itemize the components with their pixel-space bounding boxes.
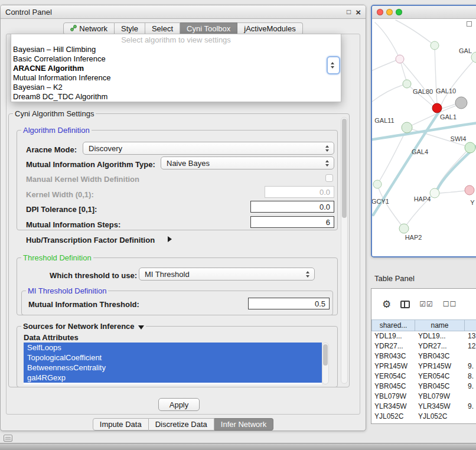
table-row[interactable]: YJL052CYJL052C: [371, 412, 476, 422]
tab-discretize-data[interactable]: Discretize Data: [149, 418, 214, 431]
network-node[interactable]: [465, 185, 474, 195]
network-node[interactable]: [465, 142, 475, 153]
close-icon[interactable]: ×: [356, 8, 361, 17]
minimize-traffic-light[interactable]: [386, 9, 393, 15]
data-attributes-list[interactable]: SelfLoopsTopologicalCoefficientBetweenne…: [24, 343, 322, 384]
network-canvas[interactable]: GALGAL80GAL10GAL11GAL1SWI4GAL4GCY1HAP4YH…: [372, 19, 476, 256]
network-edge[interactable]: [435, 45, 437, 103]
mi-threshold-input[interactable]: 0.5: [248, 298, 330, 309]
network-tab-icon: [70, 24, 77, 33]
list-scrollbar[interactable]: [322, 343, 329, 384]
settings-scrollbar[interactable]: [341, 117, 348, 384]
table-column-header[interactable]: [465, 319, 476, 331]
table-cell: YLR345W: [371, 402, 415, 412]
network-window-titlebar[interactable]: [372, 6, 476, 19]
bottom-tabs: Impute DataDiscretize DataInfer Network: [0, 418, 366, 431]
columns-icon[interactable]: [400, 301, 410, 308]
network-edge[interactable]: [396, 20, 435, 45]
algorithm-option[interactable]: Bayesian – K2: [11, 83, 341, 92]
tab-network[interactable]: Network: [63, 22, 115, 35]
kernel-width-input[interactable]: 0.0: [265, 186, 334, 198]
control-panel-titlebar[interactable]: Control Panel □ ×: [1, 5, 366, 19]
table-row[interactable]: YER054CYER054C8.: [371, 371, 476, 381]
table-row[interactable]: YDL19...YDL19...13: [371, 331, 476, 341]
hub-section-label[interactable]: Hub/Transcription Factor Definition: [26, 236, 155, 244]
apply-button[interactable]: Apply: [158, 398, 200, 411]
zoom-traffic-light[interactable]: [396, 9, 402, 15]
which-threshold-select[interactable]: MI Threshold: [139, 268, 315, 281]
list-scrollbar-thumb[interactable]: [323, 344, 328, 366]
algorithm-option[interactable]: Basic Correlation Inference: [11, 54, 341, 64]
algorithm-option[interactable]: Mutual Information Inference: [11, 73, 341, 83]
algorithm-option[interactable]: Bayesian – Hill Climbing: [11, 45, 341, 54]
network-edge[interactable]: [377, 132, 405, 184]
dpi-tolerance-input[interactable]: 0.0: [250, 201, 334, 213]
deselect-all-checkboxes-icon[interactable]: ☐☐: [443, 301, 457, 308]
desktop: Control Panel □ × NetworkStyleSelectCyni…: [0, 0, 476, 450]
mi-type-select[interactable]: Naive Bayes: [161, 156, 334, 169]
algorithm-option[interactable]: ARACNE Algorithm: [11, 64, 341, 73]
mi-type-label: Mutual Information Algorithm Type:: [26, 160, 155, 169]
minimized-panel-icon[interactable]: [4, 435, 12, 442]
data-attribute-item[interactable]: SelfLoops: [24, 343, 322, 353]
algorithm-option[interactable]: Dream8 DC_TDC Algorithm: [11, 92, 341, 102]
table-cell: [465, 392, 476, 402]
network-node[interactable]: [373, 180, 382, 188]
network-node[interactable]: [399, 224, 409, 233]
table-cell: YDL19...: [415, 331, 465, 341]
updown-arrows-icon: [331, 62, 335, 69]
table-row[interactable]: YPR145WYPR145W9.: [371, 361, 476, 371]
table-column-header[interactable]: shared...: [371, 319, 415, 331]
table-row[interactable]: YLR345WYLR345W9.: [371, 402, 476, 412]
node-label: GAL4: [412, 148, 428, 155]
updown-arrows-icon: [325, 145, 330, 152]
sources-group-title[interactable]: Sources for Network Inference: [21, 322, 146, 331]
tab-infer-network[interactable]: Infer Network: [214, 418, 273, 431]
network-edge[interactable]: [379, 188, 404, 229]
tab-jactivemodules[interactable]: jActiveModules: [237, 22, 302, 35]
table-row[interactable]: YDR27...YDR27...12: [371, 341, 476, 351]
mi-threshold-group-title: MI Threshold Definition: [26, 286, 108, 295]
mi-steps-input[interactable]: 6: [250, 216, 334, 228]
gear-icon[interactable]: ⚙: [382, 299, 391, 309]
tab-impute-data[interactable]: Impute Data: [93, 418, 149, 431]
mi-threshold-label: Mutual Information Threshold:: [28, 300, 139, 309]
birdseye-toggle[interactable]: [467, 21, 472, 27]
network-node[interactable]: [396, 55, 404, 63]
network-node[interactable]: [430, 188, 439, 198]
table-row[interactable]: YBR045CYBR045C9.: [371, 381, 476, 392]
float-window-icon[interactable]: □: [347, 8, 351, 15]
tab-cyni-toolbox[interactable]: Cyni Toolbox: [180, 22, 237, 35]
table-cell: YJL052C: [415, 412, 465, 422]
network-node[interactable]: [432, 103, 442, 113]
aracne-mode-select[interactable]: Discovery: [83, 142, 334, 155]
expand-triangle-icon[interactable]: [168, 236, 172, 242]
network-edge[interactable]: [375, 22, 400, 59]
data-attribute-item[interactable]: BetweennessCentrality: [24, 363, 322, 373]
combobox-focus-fragment[interactable]: [327, 56, 340, 74]
network-edge[interactable]: [372, 60, 396, 72]
network-node[interactable]: [455, 97, 467, 109]
close-traffic-light[interactable]: [377, 9, 383, 15]
table-column-header[interactable]: name: [415, 319, 465, 331]
network-node[interactable]: [403, 80, 411, 88]
which-threshold-value: MI Threshold: [145, 270, 190, 279]
settings-scrollbar-thumb[interactable]: [342, 119, 347, 218]
network-node[interactable]: [402, 122, 412, 133]
data-attribute-item[interactable]: TopologicalCoefficient: [24, 353, 322, 363]
manual-kernel-checkbox[interactable]: [325, 174, 333, 182]
network-node[interactable]: [431, 41, 439, 50]
network-view-window: GALGAL80GAL10GAL11GAL1SWI4GAL4GCY1HAP4YH…: [371, 5, 476, 257]
table-row[interactable]: YBL079WYBL079W: [371, 392, 476, 402]
table-cell: 9.: [465, 402, 476, 412]
tab-select[interactable]: Select: [145, 22, 180, 35]
table-cell: YDL19...: [371, 331, 415, 341]
node-label: GAL80: [413, 88, 433, 95]
table-cell: YBL079W: [371, 392, 415, 402]
network-edge[interactable]: [372, 85, 403, 102]
table-row[interactable]: YBR043CYBR043C: [371, 351, 476, 361]
tab-style[interactable]: Style: [115, 22, 145, 35]
network-node[interactable]: [471, 52, 476, 63]
select-all-checkboxes-icon[interactable]: ☑☑: [419, 301, 433, 308]
data-attribute-item[interactable]: gal4RGexp: [24, 373, 322, 383]
